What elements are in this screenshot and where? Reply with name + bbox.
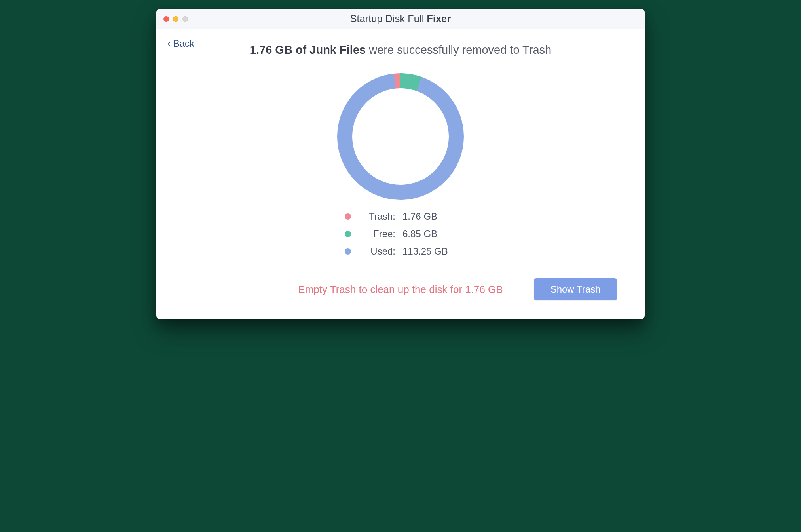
chevron-left-icon: ‹ (167, 38, 171, 48)
legend-label-free: Free: (360, 228, 395, 239)
headline-strong: 1.76 GB of Junk Files (250, 44, 366, 56)
footer-row: Empty Trash to clean up the disk for 1.7… (172, 278, 629, 300)
legend-value-trash: 1.76 GB (402, 211, 458, 222)
window-title-bold: Fixer (427, 13, 451, 24)
close-icon[interactable] (163, 16, 169, 22)
legend-value-free: 6.85 GB (402, 228, 458, 239)
headline-rest: were successfully removed to Trash (366, 44, 551, 56)
legend-label-trash: Trash: (360, 211, 395, 222)
legend-swatch-free (345, 231, 351, 237)
legend-swatch-trash (345, 213, 351, 220)
legend-label-used: Used: (360, 246, 395, 257)
window-controls (163, 16, 188, 22)
disk-usage-donut (337, 73, 464, 200)
window-title-light: Startup Disk Full (350, 13, 424, 24)
legend-value-used: 113.25 GB (402, 246, 458, 257)
legend: Trash: 1.76 GB Free: 6.85 GB Used: 113.2… (172, 211, 629, 257)
zoom-icon (182, 16, 188, 22)
empty-trash-hint: Empty Trash to clean up the disk for 1.7… (283, 283, 518, 296)
show-trash-button[interactable]: Show Trash (534, 278, 617, 300)
content-area: ‹ Back 1.76 GB of Junk Files were succes… (156, 29, 645, 319)
minimize-icon[interactable] (173, 16, 178, 22)
window-title: Startup Disk Full Fixer (156, 13, 645, 25)
result-headline: 1.76 GB of Junk Files were successfully … (211, 44, 590, 57)
titlebar: Startup Disk Full Fixer (156, 9, 645, 29)
legend-swatch-used (345, 248, 351, 255)
back-button[interactable]: ‹ Back (167, 38, 194, 49)
app-window: Startup Disk Full Fixer ‹ Back 1.76 GB o… (156, 9, 645, 319)
back-label: Back (173, 38, 194, 49)
